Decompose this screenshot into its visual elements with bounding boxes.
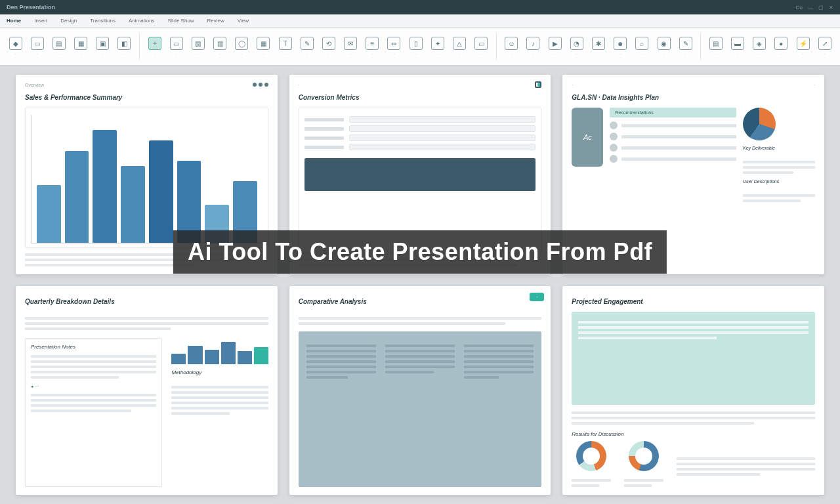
chart-bar (65, 151, 89, 243)
chart-bar (149, 140, 173, 243)
slide-meta: ·· (572, 83, 815, 87)
user-badge[interactable]: Du (796, 5, 803, 10)
mini-chart (171, 338, 268, 364)
video-icon[interactable]: ▶· (546, 33, 564, 60)
ribbon-separator (496, 33, 497, 60)
checkbox-icon (535, 81, 541, 88)
tab-slideshow[interactable]: Slide Show (168, 18, 194, 24)
tab-transitions[interactable]: Transitions (90, 18, 116, 24)
screen-icon[interactable]: ▭· (472, 33, 490, 60)
title-bar-right: Du — ▢ ✕ (796, 5, 833, 10)
section-title: Results for Discussion (572, 431, 815, 437)
phone-mockup: Ac (572, 108, 603, 167)
slide-canvas: Overview Sales & Performance Summary · C… (0, 66, 840, 504)
text-icon[interactable]: T· (276, 33, 294, 60)
window-max-icon[interactable]: ▢ (818, 5, 824, 10)
section-badge: Recommendations (610, 108, 736, 117)
app-brand: Den Presentation (7, 4, 55, 10)
battery-icon[interactable]: ▬· (728, 33, 746, 60)
comment-icon[interactable]: ✉· (342, 33, 360, 60)
bug-icon[interactable]: ✱· (589, 33, 607, 60)
ribbon-toolbar: ◆· ▭· ▤· ▦· ▣· ◧· ＋· ▭· ▧· ▥· ◯· ▦· T· ✎… (0, 28, 840, 66)
window-min-icon[interactable]: — (808, 5, 813, 10)
slide-title: Sales & Performance Summary (25, 94, 268, 101)
slide-title: GLA.SN · Data Insights Plan (572, 94, 815, 101)
image-icon[interactable]: ▧· (189, 33, 207, 60)
donut-chart-icon (576, 441, 606, 471)
pie-label: Key Deliverable (743, 146, 815, 150)
layout-icon[interactable]: ▦· (72, 33, 90, 60)
draw-icon[interactable]: ✎· (298, 33, 316, 60)
slide-meta: · (299, 83, 542, 87)
shield-icon[interactable]: ◆· (7, 33, 24, 60)
slide-title: Conversion Metrics (299, 94, 542, 101)
chart-bar (37, 185, 61, 243)
slide-grid: Overview Sales & Performance Summary · C… (16, 75, 824, 495)
donut-chart-icon (629, 441, 659, 471)
ribbon-separator (700, 33, 701, 60)
tag-icon[interactable]: ◈· (751, 33, 768, 60)
ribbon-separator (139, 33, 140, 60)
slide-dots-icon (253, 83, 268, 87)
chart-container (25, 108, 268, 248)
teal-highlight-panel (572, 312, 815, 405)
table-icon[interactable]: ▦· (255, 33, 272, 60)
chart-icon[interactable]: ▥· (211, 33, 229, 60)
group-icon[interactable]: ▯· (407, 33, 425, 60)
overlay-headline: Ai Tool To Create Presentation From Pdf (173, 230, 667, 274)
bar-chart (31, 115, 262, 243)
record-icon[interactable]: ●· (772, 33, 790, 60)
slide-meta: Overview (25, 83, 268, 87)
status-badge: · (530, 293, 544, 301)
title-bar: Den Presentation Du — ▢ ✕ (0, 0, 840, 14)
panel-title: Methodology (171, 369, 268, 375)
distribute-icon[interactable]: ⇔· (385, 33, 403, 60)
slide-6[interactable]: Projected Engagement Results for Discuss… (562, 286, 824, 495)
slide-5[interactable]: · Comparative Analysis (289, 286, 551, 495)
new-icon[interactable]: ＋· (146, 33, 163, 60)
effects-icon[interactable]: ✦· (429, 33, 446, 60)
tab-view[interactable]: View (238, 18, 249, 24)
slide-body-text (25, 317, 268, 330)
pencil-icon[interactable]: ✎· (677, 33, 694, 60)
menu-tabs: Home Insert Design Transitions Animation… (0, 14, 840, 28)
theme-icon[interactable]: ◧· (116, 33, 133, 60)
expand-icon[interactable]: ⤢· (816, 33, 833, 60)
page-icon[interactable]: ▭· (28, 33, 46, 60)
tab-design[interactable]: Design (60, 18, 77, 24)
slide-tag: Overview (25, 83, 44, 87)
warning-icon[interactable]: △· (450, 33, 468, 60)
pie-label2: User Descriptions (743, 179, 815, 184)
head-icon[interactable]: ☻· (612, 33, 629, 60)
slide-title: Quarterly Breakdown Details (25, 298, 268, 305)
lightning-icon[interactable]: ⚡· (794, 33, 812, 60)
template-icon[interactable]: ▤· (50, 33, 68, 60)
link-icon[interactable]: ⟲· (320, 33, 337, 60)
audio-icon[interactable]: ♪· (524, 33, 542, 60)
align-icon[interactable]: ≡· (364, 33, 381, 60)
shapes-icon[interactable]: ◯· (233, 33, 251, 60)
slide-4[interactable]: Quarterly Breakdown Details Presentation… (16, 286, 278, 495)
tab-home[interactable]: Home (7, 18, 21, 24)
pie-chart-icon (743, 108, 776, 140)
tab-insert[interactable]: Insert (34, 18, 47, 24)
tab-animations[interactable]: Animations (129, 18, 155, 24)
media-icon[interactable]: ▣· (94, 33, 112, 60)
chart-bar (93, 130, 117, 243)
chart-bar (121, 166, 145, 243)
eye-icon[interactable]: ◉· (655, 33, 673, 60)
presenter-icon[interactable]: ☺· (503, 33, 520, 60)
layers-icon[interactable]: ▤· (707, 33, 724, 60)
window-close-icon[interactable]: ✕ (829, 5, 833, 10)
panel-title: Presentation Notes (31, 344, 156, 350)
zoom-icon[interactable]: ⌕· (633, 33, 651, 60)
slide-icon[interactable]: ▭· (167, 33, 185, 60)
tab-review[interactable]: Review (207, 18, 224, 24)
slide-title: Projected Engagement (572, 298, 815, 305)
slide-tag: · (299, 83, 300, 87)
bell-icon[interactable]: ◔· (568, 33, 585, 60)
slide-title: Comparative Analysis (299, 298, 542, 305)
